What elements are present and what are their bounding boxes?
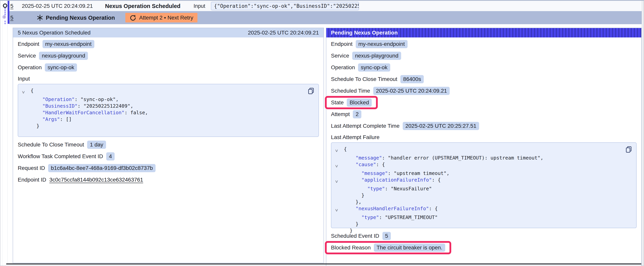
review-annotation-blocked-reason: Blocked Reason The circuit breaker is op… bbox=[325, 241, 451, 254]
field-label: Request ID bbox=[18, 165, 45, 171]
field-row-endpoint: Endpoint my-nexus-endpoint bbox=[331, 40, 636, 48]
field-row-blocked-reason: Blocked Reason The circuit breaker is op… bbox=[331, 243, 445, 252]
field-row-attempt: Attempt 2 bbox=[331, 110, 636, 119]
field-row-scheduled-time: Scheduled Time 2025-02-25 UTC 20:24:09.2… bbox=[331, 87, 636, 95]
field-label: Operation bbox=[18, 64, 42, 71]
endpoint-id-link[interactable]: 3c0c75ccfa8144b092c13ce632463761 bbox=[49, 177, 143, 183]
collapse-chevron-icon[interactable]: > bbox=[20, 91, 27, 94]
copy-icon[interactable] bbox=[308, 87, 314, 94]
field-value-badge: 1 day bbox=[87, 141, 106, 149]
field-row-operation: Operation sync-op-ok bbox=[18, 63, 319, 72]
field-label: Endpoint ID bbox=[18, 177, 46, 183]
event-row[interactable]: 5 2025-02-25 UTC 20:24:09.21 Nexus Opera… bbox=[9, 1, 642, 11]
pending-operation-name: Pending Nexus Operation bbox=[46, 15, 115, 21]
event-detail-panel: 5 Nexus Operation Scheduled 2025-02-25 U… bbox=[13, 28, 324, 263]
field-label: Service bbox=[331, 53, 349, 59]
field-label: Service bbox=[18, 53, 36, 59]
review-annotation-state: State Blocked bbox=[325, 96, 378, 109]
timeline-dashed-connector bbox=[5, 8, 6, 15]
field-label: Last Attempt Complete Time bbox=[331, 123, 400, 129]
json-content: >{ "message": "handler error (UPSTREAM_T… bbox=[335, 146, 632, 234]
field-value-badge: 2025-02-25 UTC 20:24:09.21 bbox=[373, 87, 450, 95]
pending-id-link[interactable]: 5 bbox=[10, 15, 14, 21]
field-value-badge: nexus-playground bbox=[39, 52, 88, 60]
event-input-label: Input bbox=[194, 3, 205, 9]
field-label: Schedule To Close Timeout bbox=[331, 76, 397, 82]
vertical-scrollbar[interactable] bbox=[642, 1, 644, 266]
input-json-viewer: >{ "Operation": "sync-op-ok", "BusinessI… bbox=[18, 84, 319, 137]
field-row-workflow-task-completed-event-id: Workflow Task Completed Event ID 4 bbox=[18, 152, 319, 161]
state-badge: Blocked bbox=[347, 99, 372, 107]
field-label: Endpoint bbox=[18, 41, 39, 47]
failure-section-label: Last Attempt Failure bbox=[331, 133, 636, 141]
field-label: Operation bbox=[331, 64, 355, 71]
field-label: State bbox=[331, 99, 344, 106]
event-detail-panel-header: 5 Nexus Operation Scheduled 2025-02-25 U… bbox=[13, 28, 324, 38]
pending-operation-panel-header: Pending Nexus Operation bbox=[326, 28, 641, 38]
selected-row-accent-bar bbox=[8, 1, 9, 24]
collapse-chevron-icon[interactable]: > bbox=[333, 165, 340, 167]
field-label: Scheduled Time bbox=[331, 88, 370, 94]
panel-title: 5 Nexus Operation Scheduled bbox=[18, 30, 91, 36]
copy-icon[interactable] bbox=[625, 146, 632, 153]
field-value-badge: 86400s bbox=[400, 75, 424, 83]
field-row-endpoint: Endpoint my-nexus-endpoint bbox=[18, 40, 319, 48]
field-label: Attempt bbox=[331, 111, 350, 117]
field-label: Schedule To Close Timeout bbox=[18, 142, 84, 148]
field-row-service: Service nexus-playground bbox=[18, 52, 319, 60]
field-value-badge: 2025-02-25 UTC 20:25:27.51 bbox=[403, 122, 479, 130]
row-bottom-divider bbox=[6, 263, 641, 264]
panel-timestamp: 2025-02-25 UTC 20:24:09.21 bbox=[248, 30, 319, 36]
field-row-schedule-to-close-timeout: Schedule To Close Timeout 86400s bbox=[331, 75, 636, 84]
timeline-dashed-connector bbox=[5, 21, 6, 24]
timeline-node-open-icon bbox=[3, 4, 7, 8]
field-value-badge: my-nexus-endpoint bbox=[42, 40, 94, 48]
field-row-last-attempt-complete-time: Last Attempt Complete Time 2025-02-25 UT… bbox=[331, 122, 636, 130]
collapse-chevron-icon[interactable]: > bbox=[333, 180, 340, 183]
field-row-request-id: Request ID b1c6a4bc-8ee7-468a-9169-df3b0… bbox=[18, 164, 319, 172]
collapse-chevron-icon[interactable]: > bbox=[333, 209, 340, 212]
field-value-badge: sync-op-ok bbox=[358, 63, 390, 72]
field-value-badge: my-nexus-endpoint bbox=[356, 40, 408, 48]
field-label: Endpoint bbox=[331, 41, 352, 47]
asterisk-icon bbox=[37, 15, 43, 21]
retry-icon bbox=[130, 15, 136, 21]
input-section-label: Input bbox=[18, 75, 319, 83]
field-value-badge: 4 bbox=[106, 152, 115, 160]
field-row-state: State Blocked bbox=[331, 98, 372, 107]
field-value-badge: sync-op-ok bbox=[45, 63, 77, 72]
event-timestamp: 2025-02-25 UTC 20:24:09.21 bbox=[22, 3, 93, 9]
json-content: >{ "Operation": "sync-op-ok", "BusinessI… bbox=[22, 87, 314, 129]
pending-operation-panel: Pending Nexus Operation Endpoint my-nexu… bbox=[326, 28, 642, 266]
retry-badge-label: Attempt 2 • Next Retry bbox=[139, 15, 193, 21]
event-name: Nexus Operation Scheduled bbox=[105, 3, 180, 9]
failure-json-viewer: >{ "message": "handler error (UPSTREAM_T… bbox=[331, 142, 636, 228]
field-label: Blocked Reason bbox=[331, 244, 371, 251]
blocked-reason-badge: The circuit breaker is open. bbox=[374, 243, 445, 252]
field-value-badge: b1c6a4bc-8ee7-468a-9169-df3b02c8737b bbox=[48, 164, 156, 172]
panel-title: Pending Nexus Operation bbox=[331, 30, 398, 36]
field-row-service: Service nexus-playground bbox=[331, 52, 636, 60]
event-id-link[interactable]: 5 bbox=[10, 3, 14, 9]
pending-operation-row[interactable]: 5 Pending Nexus Operation Attempt 2 • Ne… bbox=[9, 11, 642, 24]
timeline-node-current-icon bbox=[2, 15, 6, 19]
event-input-preview-chip[interactable]: {"Operation":"sync-op-ok","BusinessID":"… bbox=[211, 2, 359, 10]
field-label: Workflow Task Completed Event ID bbox=[18, 153, 103, 159]
field-row-endpoint-id: Endpoint ID 3c0c75ccfa8144b092c13ce63246… bbox=[18, 175, 319, 184]
field-value-badge: nexus-playground bbox=[352, 52, 401, 60]
field-row-schedule-to-close-timeout: Schedule To Close Timeout 1 day bbox=[18, 140, 319, 149]
collapse-chevron-icon[interactable]: > bbox=[333, 149, 340, 152]
field-row-operation: Operation sync-op-ok bbox=[331, 63, 636, 72]
field-value-badge: 2 bbox=[353, 110, 361, 118]
temporal-event-history: 5 2025-02-25 UTC 20:24:09.21 Nexus Opera… bbox=[0, 0, 644, 266]
retry-status-badge: Attempt 2 • Next Retry bbox=[125, 13, 198, 23]
